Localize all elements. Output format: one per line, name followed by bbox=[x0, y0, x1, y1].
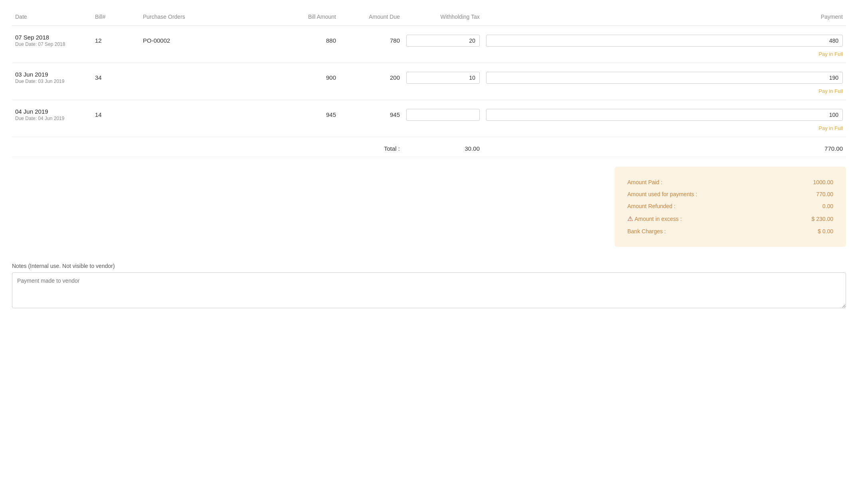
amount-in-excess-row: ⚠ Amount in excess : $ 230.00 bbox=[627, 212, 833, 225]
bill-row-main-1: 07 Sep 2018 Due Date: 07 Sep 2018 12 PO-… bbox=[12, 31, 846, 50]
bill-due-date-1: Due Date: 07 Sep 2018 bbox=[15, 41, 89, 47]
bill-due-date-3: Due Date: 04 Jun 2019 bbox=[15, 116, 89, 121]
total-label: Total : bbox=[339, 144, 403, 154]
notes-label: Notes (Internal use. Not visible to vend… bbox=[12, 263, 846, 269]
header-amount-due: Amount Due bbox=[339, 12, 403, 22]
bill-po-1: PO-00002 bbox=[140, 35, 259, 45]
bank-charges-value: $ 0.00 bbox=[793, 228, 833, 234]
bill-amount-2: 900 bbox=[259, 73, 339, 83]
header-purchase-orders: Purchase Orders bbox=[140, 12, 259, 22]
bill-po-3 bbox=[140, 113, 259, 116]
bank-charges-label: Bank Charges : bbox=[627, 228, 666, 234]
amount-refunded-value: 0.00 bbox=[793, 203, 833, 209]
header-bill: Bill# bbox=[92, 12, 140, 22]
amount-due-1: 780 bbox=[339, 35, 403, 45]
withholding-tax-input-1[interactable] bbox=[406, 35, 480, 47]
header-date: Date bbox=[12, 12, 92, 22]
bill-amount-1: 880 bbox=[259, 35, 339, 45]
bill-date-2: 03 Jun 2019 bbox=[15, 71, 89, 78]
payment-input-wrapper-3 bbox=[483, 107, 846, 122]
summary-section: Amount Paid : 1000.00 Amount used for pa… bbox=[12, 167, 846, 247]
payment-input-wrapper-2 bbox=[483, 70, 846, 85]
amount-used-label: Amount used for payments : bbox=[627, 191, 697, 197]
bill-row-main-3: 04 Jun 2019 Due Date: 04 Jun 2019 14 945… bbox=[12, 105, 846, 124]
main-container: Date Bill# Purchase Orders Bill Amount A… bbox=[0, 0, 858, 317]
amount-paid-value: 1000.00 bbox=[793, 179, 833, 185]
bill-date-cell-1: 07 Sep 2018 Due Date: 07 Sep 2018 bbox=[12, 32, 92, 49]
pay-in-full-link-1[interactable]: Pay in Full bbox=[818, 51, 843, 57]
header-payment: Payment bbox=[483, 12, 846, 22]
amount-used-value: 770.00 bbox=[793, 191, 833, 197]
pay-in-full-row-1: Pay in Full bbox=[12, 50, 846, 60]
payment-input-3[interactable] bbox=[486, 109, 843, 121]
bill-po-2 bbox=[140, 76, 259, 79]
bill-date-3: 04 Jun 2019 bbox=[15, 108, 89, 115]
total-payment-value: 770.00 bbox=[483, 144, 846, 154]
bill-row-main-2: 03 Jun 2019 Due Date: 03 Jun 2019 34 900… bbox=[12, 68, 846, 87]
withholding-tax-input-wrapper-3 bbox=[403, 107, 483, 122]
withholding-tax-input-2[interactable] bbox=[406, 72, 480, 84]
payment-input-2[interactable] bbox=[486, 72, 843, 84]
bill-date-1: 07 Sep 2018 bbox=[15, 34, 89, 41]
bill-num-3: 14 bbox=[92, 110, 140, 120]
withholding-tax-input-wrapper-1 bbox=[403, 33, 483, 48]
header-withholding-tax: Withholding Tax bbox=[403, 12, 483, 22]
pay-in-full-row-3: Pay in Full bbox=[12, 124, 846, 134]
payment-input-wrapper-1 bbox=[483, 33, 846, 48]
amount-paid-label: Amount Paid : bbox=[627, 179, 662, 185]
bill-num-2: 34 bbox=[92, 73, 140, 83]
bank-charges-row: Bank Charges : $ 0.00 bbox=[627, 225, 833, 237]
table-row: 04 Jun 2019 Due Date: 04 Jun 2019 14 945… bbox=[12, 100, 846, 137]
amount-paid-row: Amount Paid : 1000.00 bbox=[627, 176, 833, 188]
amount-refunded-label: Amount Refunded : bbox=[627, 203, 676, 209]
bill-date-cell-3: 04 Jun 2019 Due Date: 04 Jun 2019 bbox=[12, 106, 92, 123]
warning-icon: ⚠ bbox=[627, 215, 633, 222]
notes-textarea[interactable] bbox=[12, 272, 846, 308]
header-bill-amount: Bill Amount bbox=[259, 12, 339, 22]
table-row: 07 Sep 2018 Due Date: 07 Sep 2018 12 PO-… bbox=[12, 26, 846, 63]
amount-refunded-row: Amount Refunded : 0.00 bbox=[627, 200, 833, 212]
pay-in-full-link-2[interactable]: Pay in Full bbox=[818, 88, 843, 94]
amount-due-2: 200 bbox=[339, 73, 403, 83]
withholding-tax-input-3[interactable] bbox=[406, 109, 480, 121]
bill-due-date-2: Due Date: 03 Jun 2019 bbox=[15, 79, 89, 84]
table-header: Date Bill# Purchase Orders Bill Amount A… bbox=[12, 8, 846, 26]
table-row: 03 Jun 2019 Due Date: 03 Jun 2019 34 900… bbox=[12, 63, 846, 100]
amount-due-3: 945 bbox=[339, 110, 403, 120]
bill-date-cell-2: 03 Jun 2019 Due Date: 03 Jun 2019 bbox=[12, 69, 92, 86]
notes-section: Notes (Internal use. Not visible to vend… bbox=[12, 263, 846, 309]
withholding-tax-input-wrapper-2 bbox=[403, 70, 483, 85]
total-tax-value: 30.00 bbox=[403, 144, 483, 154]
amount-in-excess-label: ⚠ Amount in excess : bbox=[627, 215, 682, 222]
amount-used-row: Amount used for payments : 770.00 bbox=[627, 188, 833, 200]
payment-input-1[interactable] bbox=[486, 35, 843, 47]
pay-in-full-row-2: Pay in Full bbox=[12, 87, 846, 97]
total-row: Total : 30.00 770.00 bbox=[12, 137, 846, 157]
summary-box: Amount Paid : 1000.00 Amount used for pa… bbox=[615, 167, 846, 247]
pay-in-full-link-3[interactable]: Pay in Full bbox=[818, 125, 843, 131]
bill-amount-3: 945 bbox=[259, 110, 339, 120]
amount-in-excess-value: $ 230.00 bbox=[793, 216, 833, 222]
bill-num-1: 12 bbox=[92, 35, 140, 45]
